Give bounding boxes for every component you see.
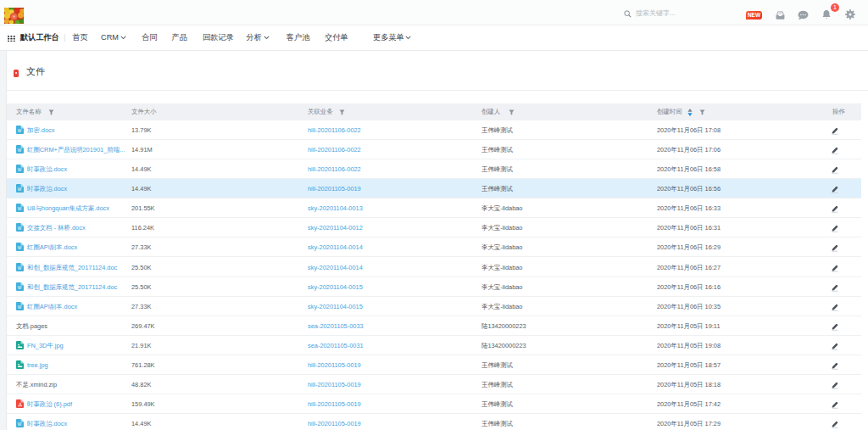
svg-text:W: W xyxy=(18,246,22,250)
svg-text:W: W xyxy=(18,129,22,133)
svg-text:W: W xyxy=(18,207,22,211)
svg-text:W: W xyxy=(18,187,22,192)
svg-text:W: W xyxy=(18,226,22,231)
svg-text:W: W xyxy=(18,148,22,153)
svg-text:W: W xyxy=(18,168,22,172)
svg-text:W: W xyxy=(18,285,22,289)
svg-text:W: W xyxy=(18,304,22,309)
svg-text:W: W xyxy=(18,422,22,427)
svg-text:W: W xyxy=(18,265,22,270)
